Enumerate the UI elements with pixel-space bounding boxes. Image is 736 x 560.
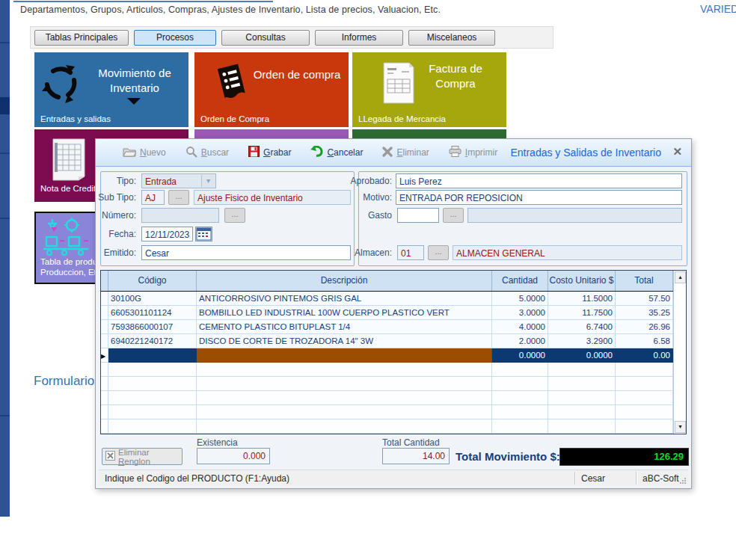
numero-lookup-button[interactable]: ... <box>224 208 245 223</box>
grid-header-total[interactable]: Total <box>616 271 673 291</box>
existencia-label: Existencia <box>197 437 238 448</box>
chevron-down-icon[interactable]: ▾ <box>201 175 215 187</box>
numero-field[interactable] <box>141 208 219 223</box>
grabar-button[interactable]: Grabar <box>248 146 291 159</box>
tipo-select[interactable]: Entrada ▾ <box>141 173 216 188</box>
grid-cell <box>108 391 197 405</box>
subtipo-lookup-button[interactable]: ... <box>168 190 189 205</box>
nuevo-button[interactable]: Nuevo <box>123 146 166 159</box>
grid-cell: 35.25 <box>616 306 673 320</box>
grid-cell <box>101 334 108 348</box>
grid-body: 30100GANTICORROSIVO PINTEMOS GRIS GAL5.0… <box>101 292 686 434</box>
eliminar-renglon-button[interactable]: Eliminar Renglon <box>102 448 183 465</box>
grabar-label: Grabar <box>263 147 291 158</box>
grid-cell: 0.00 <box>616 348 673 363</box>
table-row[interactable]: 30100GANTICORROSIVO PINTEMOS GRIS GAL5.0… <box>101 292 686 306</box>
grid-cell <box>108 419 197 434</box>
buscar-button[interactable]: Buscar <box>185 146 229 160</box>
grid-cell: 0.0000 <box>492 348 548 363</box>
table-row[interactable] <box>101 363 686 377</box>
grid-header-costo[interactable]: Costo Unitario $ <box>548 271 616 291</box>
table-row[interactable] <box>101 405 686 419</box>
grid-cell <box>197 377 492 391</box>
dock-divider <box>0 415 10 416</box>
grid-cell: ANTICORROSIVO PINTEMOS GRIS GAL <box>197 292 492 306</box>
almacen-field[interactable]: 01 <box>397 245 424 260</box>
grid-cell: CEMENTO PLASTICO BITUPLAST 1/4 <box>197 320 492 334</box>
tile-movimiento-inventario[interactable]: Movimiento de Inventario Entradas y sali… <box>34 52 188 127</box>
grid-cell: 3.0000 <box>492 306 548 320</box>
grid-cell <box>492 419 548 434</box>
scroll-up-icon[interactable]: ▲ <box>675 271 686 283</box>
eliminar-renglon-label: Eliminar Renglon <box>118 448 182 466</box>
grid-cell <box>197 363 492 377</box>
background-section-label: Formularios <box>34 374 101 389</box>
tile-title: Movimiento de Inventario <box>85 66 184 96</box>
grid-cell: 57.50 <box>616 292 673 306</box>
vertical-scrollbar[interactable]: ▲ ▼ <box>673 271 686 434</box>
grid-cell <box>197 348 492 363</box>
total-cantidad-field: 14.00 <box>382 448 450 464</box>
table-row[interactable] <box>101 419 686 434</box>
tile-title: Factura de Compra <box>409 61 502 91</box>
eliminar-button[interactable]: Eliminar <box>382 147 429 159</box>
imprimir-button[interactable]: Imprimir <box>449 146 497 159</box>
table-row[interactable]: 6940221240172DISCO DE CORTE DE TROZADORA… <box>101 334 686 348</box>
dock-divider <box>0 153 10 154</box>
statusbar-user: Cesar <box>581 473 605 484</box>
tab-miscelaneos[interactable]: Miscelaneos <box>408 30 495 46</box>
grid-header-cantidad[interactable]: Cantidad <box>492 271 548 291</box>
tab-informes[interactable]: Informes <box>315 30 403 46</box>
table-row[interactable]: ▶0.00000.00000.00 <box>101 348 686 363</box>
resize-grip[interactable] <box>679 477 687 484</box>
grid-cell <box>616 363 673 377</box>
tab-procesos[interactable]: Procesos <box>134 30 216 46</box>
gasto-lookup-button[interactable]: ... <box>443 208 464 223</box>
table-row[interactable]: 7593866000107CEMENTO PLASTICO BITUPLAST … <box>101 320 686 334</box>
gasto-field[interactable] <box>397 208 439 223</box>
left-dock-bar[interactable] <box>0 0 10 517</box>
aprobado-field[interactable]: Luis Perez <box>396 173 682 188</box>
almacen-label: Almacen: <box>355 247 392 258</box>
tab-tablas-principales[interactable]: Tablas Principales <box>34 30 129 46</box>
grid-cell <box>197 405 492 419</box>
close-icon[interactable]: ✕ <box>672 145 682 159</box>
almacen-lookup-button[interactable]: ... <box>428 245 449 260</box>
grid-cell <box>197 419 492 434</box>
grid-cell <box>108 405 197 419</box>
grid-cell: 6940221240172 <box>108 334 197 348</box>
emitido-field[interactable]: Cesar <box>141 245 351 260</box>
grid-cell: 7593866000107 <box>108 320 197 334</box>
tile-factura-de-compra[interactable]: Factura de Compra LLegada de Mercancia <box>352 52 506 127</box>
fecha-field[interactable]: 12/11/2023 <box>141 227 193 241</box>
cancelar-button[interactable]: Cancelar <box>310 146 363 159</box>
calendar-icon[interactable] <box>195 227 212 241</box>
table-row[interactable]: 6605301101124BOMBILLO LED INDUSTRIAL 100… <box>101 306 686 320</box>
desktop: Departamentos, Grupos, Articulos, Compra… <box>0 0 736 560</box>
gasto-label: Gasto <box>368 210 392 221</box>
grid-header-descripcion[interactable]: Descripción <box>197 271 492 291</box>
subtipo-label: Sub Tipo: <box>98 192 136 203</box>
grid-cell <box>101 405 108 419</box>
scroll-down-icon[interactable]: ▼ <box>675 421 686 433</box>
emitido-label: Emitido: <box>104 247 136 258</box>
grid-header-codigo[interactable]: Código <box>108 271 197 291</box>
grid-cell <box>101 419 108 434</box>
new-folder-icon <box>123 146 136 159</box>
grid-cell <box>616 377 673 391</box>
grid-cell <box>616 405 673 419</box>
tab-consultas[interactable]: Consultas <box>221 30 310 46</box>
grid-cell <box>492 405 548 419</box>
subtipo-field[interactable]: AJ <box>141 190 165 205</box>
table-row[interactable] <box>101 391 686 405</box>
motivo-field[interactable]: ENTRADA POR REPOSICION <box>396 190 682 205</box>
grid-cell <box>101 391 108 405</box>
grid-cell: 30100G <box>108 292 197 306</box>
grid-cell <box>492 391 548 405</box>
tile-orden-de-compra[interactable]: Orden de compra Orden de Compra <box>194 52 349 127</box>
almacen-desc-field: ALMACEN GENERAL <box>453 245 682 260</box>
dock-divider <box>0 218 10 219</box>
buscar-label: Buscar <box>201 147 229 158</box>
table-row[interactable] <box>101 377 686 391</box>
gasto-desc-field <box>467 208 682 223</box>
